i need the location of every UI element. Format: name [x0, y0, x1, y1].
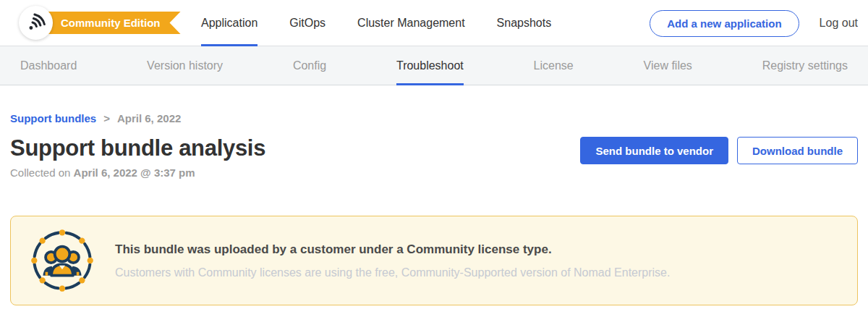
collected-timestamp: Collected on April 6, 2022 @ 3:37 pm	[10, 166, 265, 179]
banner-text: This bundle was uploaded by a customer u…	[115, 242, 670, 279]
tab-config[interactable]: Config	[293, 46, 326, 85]
main-content: Support bundles > April 6, 2022 Support …	[0, 112, 868, 305]
logout-link[interactable]: Log out	[820, 17, 858, 30]
add-new-application-button[interactable]: Add a new application	[650, 10, 799, 37]
breadcrumb-current: April 6, 2022	[117, 112, 181, 124]
top-header: Community Edition Application GitOps Clu…	[0, 0, 868, 46]
app-tabs-nav: Dashboard Version history Config Trouble…	[0, 46, 868, 85]
community-license-banner: This bundle was uploaded by a customer u…	[10, 216, 858, 305]
nav-snapshots[interactable]: Snapshots	[497, 0, 552, 46]
nav-application[interactable]: Application	[201, 0, 258, 46]
breadcrumb-support-bundles-link[interactable]: Support bundles	[10, 112, 96, 124]
tab-dashboard[interactable]: Dashboard	[20, 46, 77, 85]
header-actions: Add a new application Log out	[650, 0, 858, 46]
collected-prefix: Collected on	[10, 166, 74, 179]
tab-troubleshoot[interactable]: Troubleshoot	[396, 46, 464, 85]
collected-date: April 6, 2022 @ 3:37 pm	[74, 166, 195, 179]
title-block: Support bundle analysis Collected on Apr…	[10, 135, 265, 179]
primary-nav: Application GitOps Cluster Management Sn…	[201, 0, 551, 46]
app-logo[interactable]	[19, 6, 53, 40]
tab-registry-settings[interactable]: Registry settings	[762, 46, 848, 85]
page-title: Support bundle analysis	[10, 135, 265, 161]
tab-license[interactable]: License	[534, 46, 574, 85]
tab-view-files[interactable]: View files	[644, 46, 692, 85]
nav-cluster-management[interactable]: Cluster Management	[357, 0, 465, 46]
community-edition-badge: Community Edition	[33, 12, 181, 34]
nav-gitops[interactable]: GitOps	[289, 0, 326, 46]
tab-version-history[interactable]: Version history	[147, 46, 223, 85]
breadcrumb: Support bundles > April 6, 2022	[10, 112, 858, 124]
download-bundle-button[interactable]: Download bundle	[737, 137, 858, 164]
breadcrumb-separator: >	[103, 112, 110, 124]
title-row: Support bundle analysis Collected on Apr…	[10, 135, 858, 179]
send-bundle-to-vendor-button[interactable]: Send bundle to vendor	[580, 137, 728, 164]
banner-body: Customers with Community licenses are us…	[115, 266, 670, 279]
bundle-actions: Send bundle to vendor Download bundle	[580, 135, 858, 164]
community-people-icon	[30, 228, 95, 293]
banner-heading: This bundle was uploaded by a customer u…	[115, 242, 670, 257]
replicated-logo-icon	[24, 9, 48, 37]
